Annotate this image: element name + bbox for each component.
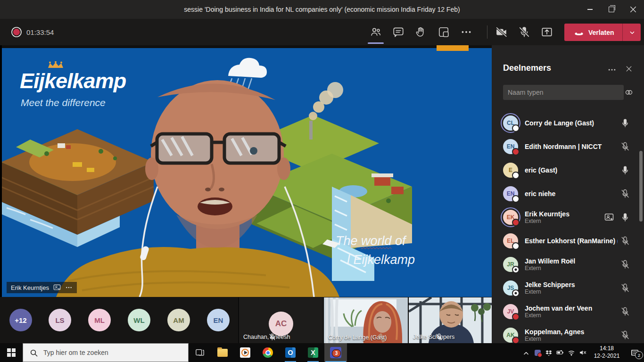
mic-toggle-button[interactable] <box>513 21 536 43</box>
avatar: JV <box>503 304 518 319</box>
hang-up-icon <box>573 27 584 38</box>
copy-link-button[interactable] <box>624 88 634 97</box>
participant-bubble[interactable]: WL <box>128 309 150 331</box>
wifi-tray-button[interactable] <box>566 343 577 362</box>
participant-bubble[interactable]: ML <box>88 309 111 331</box>
mic-on-icon[interactable] <box>620 118 630 128</box>
participant-row[interactable]: JS Jelke SchippersExtern <box>492 276 644 300</box>
avatar: JR <box>503 257 518 272</box>
spotlight-icon[interactable] <box>604 213 614 222</box>
main-video-stage[interactable]: Eijkelkamp Meet the difference The world… <box>2 45 492 297</box>
panel-scrollbar[interactable] <box>639 151 643 222</box>
mic-on-icon[interactable] <box>620 213 630 222</box>
spotlight-icon[interactable] <box>53 284 61 291</box>
close-button[interactable] <box>622 0 644 19</box>
mic-muted-icon[interactable] <box>620 189 630 198</box>
mic-muted-icon <box>293 333 301 341</box>
volume-tray-button[interactable] <box>577 343 588 362</box>
taskbar-search[interactable] <box>23 343 189 362</box>
avatar: E <box>503 163 518 178</box>
pop-out-window-icon <box>438 26 450 38</box>
more-actions-button[interactable] <box>455 21 478 43</box>
participant-bubble[interactable]: EN <box>207 309 230 331</box>
participant-bubble[interactable]: LS <box>49 309 71 331</box>
raise-hand-button[interactable] <box>410 21 432 43</box>
participant-row[interactable]: JR Jan Willem RoëlExtern <box>492 253 644 276</box>
participant-bubble[interactable]: AM <box>167 309 190 331</box>
participant-row[interactable]: EK Erik KeurntjesExtern <box>492 206 644 229</box>
participant-row[interactable]: EL Esther Lokhorst (RanMarine) (... <box>492 229 644 253</box>
mic-muted-icon <box>518 26 530 38</box>
teams-tray-button[interactable] <box>532 343 543 362</box>
excel-icon: X <box>308 347 318 358</box>
file-explorer-button[interactable] <box>211 343 234 362</box>
excel-button[interactable]: X <box>302 343 324 362</box>
system-tray: 14:18 12-2-2021 2 <box>520 343 644 362</box>
outlook-button[interactable]: O <box>279 343 302 362</box>
mic-muted-icon[interactable] <box>620 260 630 269</box>
dropbox-icon <box>545 349 553 356</box>
avatar-initials: LS <box>55 316 64 324</box>
task-view-icon <box>195 348 205 357</box>
camera-off-icon <box>495 26 508 38</box>
participant-subtitle: Extern <box>525 288 618 295</box>
mic-muted-icon[interactable] <box>620 307 630 316</box>
taskbar-search-input[interactable] <box>42 348 167 357</box>
leave-options-button[interactable] <box>623 24 641 41</box>
dropbox-tray-button[interactable] <box>543 343 554 362</box>
participant-subtitle: Extern <box>525 336 618 342</box>
chrome-button[interactable] <box>256 343 279 362</box>
mic-on-icon[interactable] <box>620 165 630 175</box>
more-options-icon[interactable] <box>65 284 73 291</box>
status-dot <box>512 313 520 321</box>
overflow-participants-badge[interactable]: +12 <box>9 309 32 331</box>
video-tile[interactable]: AC Chauhan, Aneesh <box>238 297 323 343</box>
breakout-rooms-button[interactable] <box>432 21 455 43</box>
mic-muted-icon[interactable] <box>620 283 630 293</box>
participant-row[interactable]: EN Edith Nordmann | NICCT <box>492 135 644 158</box>
panel-close-button[interactable] <box>625 65 633 73</box>
battery-tray-button[interactable] <box>554 343 566 362</box>
participant-name: Edith Nordmann | NICCT <box>525 143 618 150</box>
taskbar-clock[interactable]: 14:18 12-2-2021 <box>591 345 622 360</box>
teams-button[interactable]: T3 <box>324 343 347 362</box>
leave-button[interactable]: Verlaten <box>564 24 622 41</box>
camera-toggle-button[interactable] <box>490 21 513 43</box>
leave-split-button: Verlaten <box>564 24 641 41</box>
toolbar-divider <box>487 25 487 39</box>
media-player-icon <box>240 347 250 358</box>
meeting-toolbar: 01:33:54 Verlaten <box>0 19 644 45</box>
show-participants-button[interactable] <box>364 21 387 43</box>
outlook-icon: O <box>285 347 296 358</box>
meeting-timer: 01:33:54 <box>26 28 54 36</box>
participant-row[interactable]: EN eric niehe <box>492 182 644 206</box>
avatar: AC <box>269 312 293 336</box>
slide-text-line2: l Eijkelkamp <box>347 253 415 267</box>
share-content-button[interactable] <box>536 21 558 43</box>
panel-more-button[interactable] <box>607 65 617 74</box>
more-options-icon <box>607 65 617 74</box>
participant-row[interactable]: CL Corry de Lange (Gast) <box>492 111 644 135</box>
restore-button[interactable] <box>601 0 622 19</box>
status-dot <box>512 148 520 156</box>
video-tile[interactable]: Corry de Lange (Gast) <box>323 297 408 343</box>
minimize-button[interactable] <box>579 0 601 19</box>
tray-expand-button[interactable] <box>520 343 532 362</box>
media-player-button[interactable] <box>234 343 256 362</box>
participant-search-input[interactable] <box>503 85 624 100</box>
volume-muted-icon <box>579 349 586 356</box>
avatar-initials: E <box>509 167 512 173</box>
participants-panel: Deelnemers CL Corry de Lange (Gast) EN E… <box>492 45 644 343</box>
mic-muted-icon[interactable] <box>620 330 630 340</box>
participant-row[interactable]: JV Jochem van der VeenExtern <box>492 300 644 323</box>
task-view-button[interactable] <box>189 343 211 362</box>
chat-button[interactable] <box>387 21 410 43</box>
mic-muted-icon[interactable] <box>620 142 630 151</box>
participant-row[interactable]: E eric (Gast) <box>492 158 644 182</box>
start-button[interactable] <box>0 343 23 362</box>
video-tile[interactable]: Jelke Schippers <box>408 297 492 343</box>
action-center-button[interactable]: 2 <box>625 343 644 362</box>
participant-row[interactable]: AK Koppelman, AgnesExtern <box>492 323 644 343</box>
link-icon <box>624 88 634 97</box>
mic-muted-icon[interactable] <box>620 236 630 246</box>
